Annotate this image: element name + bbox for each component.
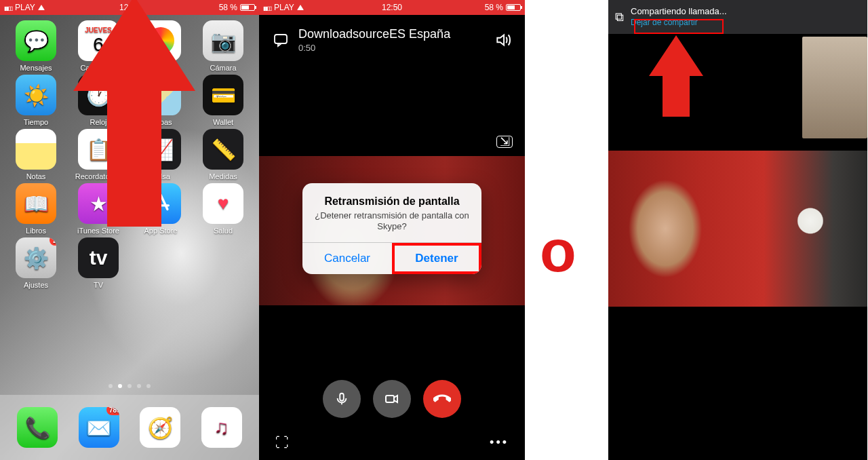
app-ajustes[interactable]: ⚙️2Ajustes [5,237,66,289]
call-title: DownloadsourceES España [298,27,486,41]
mute-button[interactable] [323,380,361,418]
maps-icon [140,75,181,115]
reminders-icon: 📋 [78,129,119,170]
dock-music[interactable]: ♫ [201,407,242,448]
badge: 2 [50,237,56,246]
books-icon: 📖 [16,183,56,224]
call-elapsed: 0:50 [298,43,486,53]
app-mensajes[interactable]: 💬Mensajes [5,20,66,72]
battery-pct: 58 % [485,3,503,12]
compass-icon: 🧭 [140,407,180,448]
wifi-icon [38,3,45,12]
gear-icon: ⚙️2 [16,237,56,278]
appstore-icon [140,183,181,224]
status-bar[interactable]: PLAY 12:50 58 % [259,0,525,15]
self-view[interactable] [802,37,867,138]
music-icon: ♫ [201,407,242,448]
heart-icon: ♥ [203,183,243,224]
app-fotos[interactable]: Fotos [130,20,191,72]
call-controls [259,380,525,418]
chat-icon[interactable] [271,31,290,50]
end-call-button[interactable] [423,380,461,418]
pip-icon[interactable]: ⇲ [496,136,513,148]
dialog-title: Retransmisión de pantalla [312,195,472,208]
stop-button[interactable]: Detener [392,243,481,274]
speech-bubble-icon: 💬 [16,20,56,61]
app-reloj[interactable]: 🕐Reloj [68,75,129,126]
badge: 789 [106,407,119,415]
wallet-icon: 💳 [203,75,243,115]
stocks-icon: 📈 [140,129,181,170]
app-bolsa[interactable]: 📈Bolsa [130,129,191,180]
camera-icon: 📷 [203,20,243,61]
phone-icon: 📞 [17,407,58,448]
cancel-button[interactable]: Cancelar [302,243,392,274]
stop-broadcast-dialog: Retransmisión de pantalla ¿Detener retra… [302,183,481,274]
star-icon: ★ [78,183,119,224]
mail-icon: ✉️789 [79,407,119,448]
weather-icon: ☀️ [16,75,56,115]
app-recordatorios[interactable]: 📋Recordatorios [68,129,129,180]
speaker-icon[interactable] [494,31,513,50]
clock: 12:52 [119,3,140,12]
status-bar[interactable]: PLAY 12:52 58 % [0,0,259,15]
call-header: DownloadsourceES España 0:50 [259,15,525,56]
app-medidas[interactable]: 📏Medidas [193,129,254,180]
carrier-label: PLAY [15,3,35,12]
signal-icon [263,3,271,12]
battery-pct: 58 % [219,3,237,12]
more-icon[interactable]: ••• [490,436,509,450]
separator-o: o [540,221,576,281]
pip-window-icon[interactable]: ⧉ [615,10,624,24]
bottom-bar: ⛶ ••• [259,435,525,451]
measure-icon: 📏 [203,129,243,170]
phone-skype-call: PLAY 12:50 58 % DownloadsourceES España … [259,0,525,460]
battery-icon [506,4,521,11]
annotation-arrow-up [649,35,703,117]
svg-rect-0 [275,35,287,43]
share-title: Compartiendo llamada... [631,7,727,16]
app-mapas[interactable]: Mapas [130,75,191,126]
phone-android-share: ⧉ Compartiendo llamada... Dejar de compa… [608,0,867,460]
app-wallet[interactable]: 💳Wallet [193,75,254,126]
notes-icon [16,129,56,170]
wifi-icon [297,3,304,12]
app-notas[interactable]: Notas [5,129,66,180]
remote-video [608,151,867,307]
app-camara[interactable]: 📷Cámara [193,20,254,72]
svg-rect-1 [340,394,344,401]
camera-button[interactable] [373,380,411,418]
dock-safari[interactable]: 🧭 [140,407,180,448]
app-libros[interactable]: 📖Libros [5,183,66,235]
svg-rect-2 [386,396,394,402]
app-tiempo[interactable]: ☀️Tiempo [5,75,66,126]
annotation-highlight [634,19,724,34]
dock-phone[interactable]: 📞 [17,407,58,448]
clock: 12:50 [382,3,402,12]
photos-icon [140,20,181,61]
app-tv[interactable]: tvTV [68,237,129,289]
tv-icon: tv [78,237,119,278]
page-indicator[interactable] [108,384,151,388]
app-itunes[interactable]: ★iTunes Store [68,183,129,235]
home-icon-grid: 💬Mensajes Jueves6Calendario Fotos 📷Cámar… [0,15,259,289]
dock-mail[interactable]: ✉️789 [79,407,119,448]
battery-icon [240,4,255,11]
phone-homescreen: PLAY 12:52 58 % 💬Mensajes Jueves6Calenda… [0,0,259,460]
dock: 📞 ✉️789 🧭 ♫ [0,395,259,460]
clock-icon: 🕐 [78,75,119,115]
app-calendario[interactable]: Jueves6Calendario [68,20,129,72]
dialog-message: ¿Detener retransmisión de pantalla con S… [312,210,472,233]
app-appstore[interactable]: App Store [130,183,191,235]
signal-icon [4,3,12,12]
carrier-label: PLAY [274,3,294,12]
scan-icon[interactable]: ⛶ [275,435,289,451]
calendar-icon: Jueves6 [78,20,119,61]
app-salud[interactable]: ♥Salud [193,183,254,235]
